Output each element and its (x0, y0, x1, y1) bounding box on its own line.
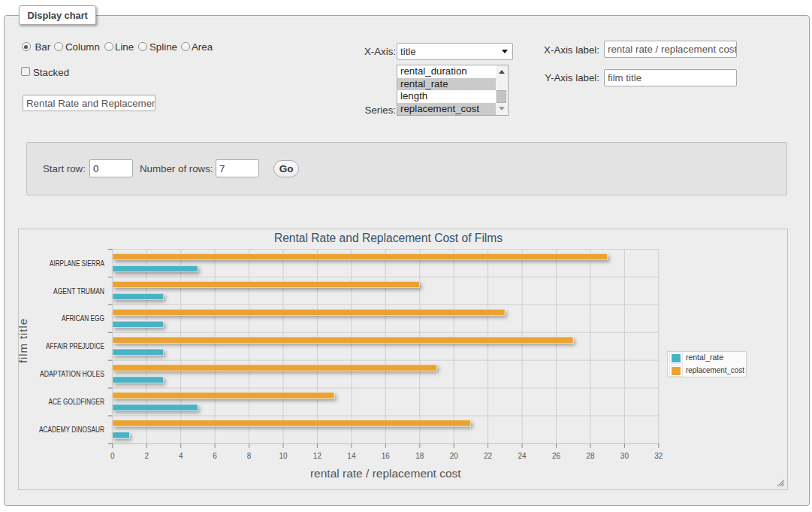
svg-text:20: 20 (450, 452, 459, 460)
svg-text:replacement_cost: replacement_cost (686, 366, 744, 374)
svg-text:26: 26 (552, 452, 561, 460)
svg-text:6: 6 (213, 452, 217, 460)
svg-text:AGENT TRUMAN: AGENT TRUMAN (53, 287, 104, 295)
svg-text:22: 22 (484, 452, 493, 460)
svg-text:18: 18 (415, 452, 424, 460)
svg-text:4: 4 (179, 452, 183, 460)
svg-text:ADAPTATION HOLES: ADAPTATION HOLES (40, 370, 104, 378)
svg-text:28: 28 (586, 452, 595, 460)
svg-text:14: 14 (347, 452, 356, 460)
svg-text:ACE GOLDFINGER: ACE GOLDFINGER (49, 398, 105, 406)
svg-text:8: 8 (247, 452, 252, 460)
svg-text:Rental Rate and Replacement Co: Rental Rate and Replacement Cost of Film… (274, 232, 503, 244)
svg-text:rental rate / replacement cost: rental rate / replacement cost (310, 467, 461, 480)
svg-text:10: 10 (279, 452, 288, 460)
svg-text:AIRPLANE SIERRA: AIRPLANE SIERRA (50, 259, 104, 268)
svg-text:12: 12 (313, 452, 322, 460)
svg-text:AFFAIR PREJUDICE: AFFAIR PREJUDICE (46, 342, 104, 350)
svg-text:32: 32 (654, 452, 663, 460)
svg-text:film title: film title (19, 319, 29, 363)
svg-text:rental_rate: rental_rate (686, 353, 723, 362)
svg-text:2: 2 (144, 452, 149, 460)
svg-text:16: 16 (382, 452, 391, 460)
svg-text:AFRICAN EGG: AFRICAN EGG (62, 314, 104, 323)
svg-text:24: 24 (518, 452, 527, 460)
svg-text:ACADEMY DINOSAUR: ACADEMY DINOSAUR (39, 426, 104, 434)
svg-text:0: 0 (110, 452, 115, 460)
svg-text:30: 30 (620, 452, 629, 460)
